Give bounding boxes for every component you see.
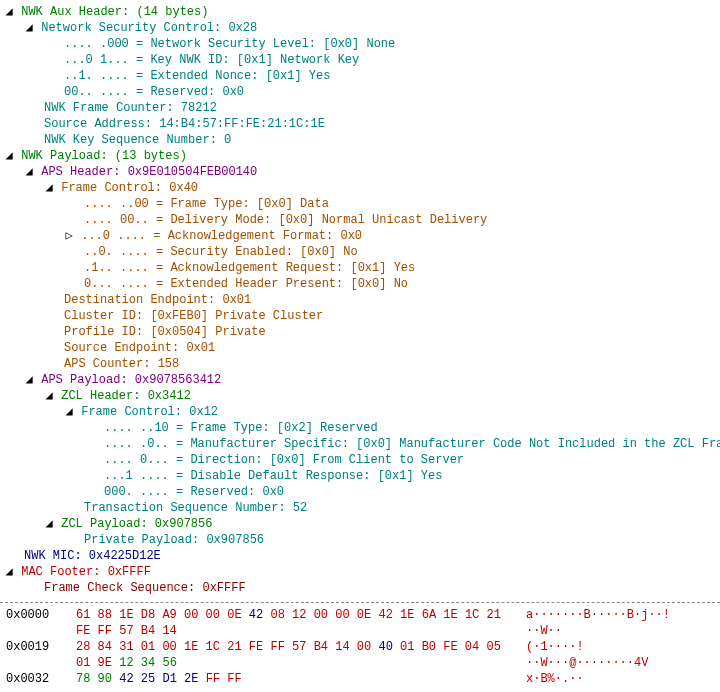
hex-ascii: x·B%·.·· xyxy=(526,671,686,687)
nwk-frame-counter[interactable]: NWK Frame Counter: 78212 xyxy=(4,100,720,116)
zcl-direction[interactable]: .... 0... = Direction: [0x0] From Client… xyxy=(4,452,720,468)
nwk-payload[interactable]: ◢ NWK Payload: (13 bytes) xyxy=(4,148,720,164)
aps-ack-request[interactable]: .1.. .... = Acknowledgement Request: [0x… xyxy=(4,260,720,276)
hex-row-1[interactable]: 0x0019 28 84 31 01 00 1E 1C 21 FE FF 57 … xyxy=(6,639,714,671)
twisty-icon[interactable]: ◢ xyxy=(4,564,14,580)
aps-ack-format[interactable]: ▷ ...0 .... = Acknowledgement Format: 0x… xyxy=(4,228,720,244)
twisty-icon[interactable]: ◢ xyxy=(4,148,14,164)
aps-counter[interactable]: APS Counter: 158 xyxy=(4,356,720,372)
twisty-icon[interactable]: ◢ xyxy=(24,164,34,180)
twisty-icon[interactable]: ◢ xyxy=(24,20,34,36)
aps-frame-type[interactable]: .... ..00 = Frame Type: [0x0] Data xyxy=(4,196,720,212)
hex-ascii: (·1····!··W···@········4V xyxy=(526,639,686,671)
nsc-reserved[interactable]: 00.. .... = Reserved: 0x0 xyxy=(4,84,720,100)
tx-seq-number[interactable]: Transaction Sequence Number: 52 xyxy=(4,500,720,516)
aps-header[interactable]: ◢ APS Header: 0x9E010504FEB00140 xyxy=(4,164,720,180)
hex-row-0[interactable]: 0x0000 61 88 1E D8 A9 00 00 0E 42 08 12 … xyxy=(6,607,714,639)
hex-addr: 0x0000 xyxy=(6,607,56,639)
nwk-key-seq[interactable]: NWK Key Sequence Number: 0 xyxy=(4,132,720,148)
frame-check-seq[interactable]: Frame Check Sequence: 0xFFFF xyxy=(4,580,720,596)
aps-frame-control[interactable]: ◢ Frame Control: 0x40 xyxy=(4,180,720,196)
aps-security-enabled[interactable]: ..0. .... = Security Enabled: [0x0] No xyxy=(4,244,720,260)
dest-endpoint[interactable]: Destination Endpoint: 0x01 xyxy=(4,292,720,308)
nsc-nonce[interactable]: ..1. .... = Extended Nonce: [0x1] Yes xyxy=(4,68,720,84)
zcl-header[interactable]: ◢ ZCL Header: 0x3412 xyxy=(4,388,720,404)
hex-addr: 0x0032 xyxy=(6,671,56,687)
zcl-frame-control[interactable]: ◢ Frame Control: 0x12 xyxy=(4,404,720,420)
twisty-icon[interactable]: ◢ xyxy=(44,180,54,196)
profile-id[interactable]: Profile ID: [0x0504] Private xyxy=(4,324,720,340)
zcl-payload[interactable]: ◢ ZCL Payload: 0x907856 xyxy=(4,516,720,532)
cluster-id[interactable]: Cluster ID: [0xFEB0] Private Cluster xyxy=(4,308,720,324)
hex-bytes: 28 84 31 01 00 1E 1C 21 FE FF 57 B4 14 0… xyxy=(76,639,506,671)
aps-ext-header[interactable]: 0... .... = Extended Header Present: [0x… xyxy=(4,276,720,292)
zcl-reserved[interactable]: 000. .... = Reserved: 0x0 xyxy=(4,484,720,500)
source-address[interactable]: Source Address: 14:B4:57:FF:FE:21:1C:1E xyxy=(4,116,720,132)
zcl-disable-default-resp[interactable]: ...1 .... = Disable Default Response: [0… xyxy=(4,468,720,484)
private-payload[interactable]: Private Payload: 0x907856 xyxy=(4,532,720,548)
hex-pane[interactable]: 0x0000 61 88 1E D8 A9 00 00 0E 42 08 12 … xyxy=(0,603,720,691)
nsc-key[interactable]: ...0 1... = Key NWK ID: [0x1] Network Ke… xyxy=(4,52,720,68)
hex-row-2[interactable]: 0x0032 78 90 42 25 D1 2E FF FF x·B%·.·· xyxy=(6,671,714,687)
zcl-frame-type[interactable]: .... ..10 = Frame Type: [0x2] Reserved xyxy=(4,420,720,436)
aps-delivery-mode[interactable]: .... 00.. = Delivery Mode: [0x0] Normal … xyxy=(4,212,720,228)
hex-ascii: a·······B·····B·j··!··W·· xyxy=(526,607,686,639)
twisty-icon[interactable]: ◢ xyxy=(44,388,54,404)
twisty-branch-icon[interactable]: ▷ xyxy=(64,228,74,244)
hex-bytes: 78 90 42 25 D1 2E FF FF xyxy=(76,671,506,687)
hex-addr: 0x0019 xyxy=(6,639,56,671)
network-security-control[interactable]: ◢ Network Security Control: 0x28 xyxy=(4,20,720,36)
zcl-mfg-specific[interactable]: .... .0.. = Manufacturer Specific: [0x0]… xyxy=(4,436,720,452)
nwk-aux-header[interactable]: ◢ NWK Aux Header: (14 bytes) xyxy=(4,4,720,20)
twisty-icon[interactable]: ◢ xyxy=(4,4,14,20)
twisty-icon[interactable]: ◢ xyxy=(44,516,54,532)
mac-footer[interactable]: ◢ MAC Footer: 0xFFFF xyxy=(4,564,720,580)
nwk-mic[interactable]: NWK MIC: 0x4225D12E xyxy=(4,548,720,564)
twisty-icon[interactable]: ◢ xyxy=(24,372,34,388)
packet-tree[interactable]: ◢ NWK Aux Header: (14 bytes) ◢ Network S… xyxy=(0,0,720,596)
source-endpoint[interactable]: Source Endpoint: 0x01 xyxy=(4,340,720,356)
twisty-icon[interactable]: ◢ xyxy=(64,404,74,420)
aps-payload[interactable]: ◢ APS Payload: 0x9078563412 xyxy=(4,372,720,388)
hex-bytes: 61 88 1E D8 A9 00 00 0E 42 08 12 00 00 0… xyxy=(76,607,506,639)
nsc-level[interactable]: .... .000 = Network Security Level: [0x0… xyxy=(4,36,720,52)
